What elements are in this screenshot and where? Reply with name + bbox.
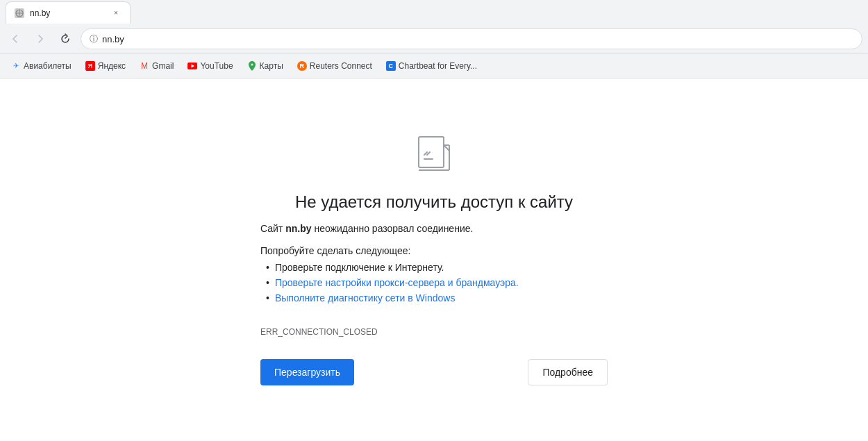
error-subtitle: Сайт nn.by неожиданно разорвал соединени… [260,223,608,234]
error-code: ERR_CONNECTION_CLOSED [260,327,608,337]
bookmark-reuters[interactable]: R Reuters Connect [292,58,378,74]
network-diagnostics-link[interactable]: Выполните диагностику сети в Windows [275,292,455,303]
forward-button[interactable] [31,29,50,49]
proxy-settings-link[interactable]: Проверьте настройки прокси-сервера и бра… [275,277,519,288]
active-tab[interactable]: nn.by × [6,1,131,24]
bookmark-yandex[interactable]: Я Яндекс [80,58,131,74]
tab-bar: nn.by × [0,0,868,25]
reload-button[interactable] [56,29,75,49]
tab-title: nn.by [30,8,105,18]
bookmarks-bar: ✈ Авиабилеты Я Яндекс M Gmail YouTube Ка… [0,53,868,78]
bookmark-chartbeat[interactable]: C Chartbeat for Every... [381,58,483,74]
error-icon [413,134,455,176]
browser-chrome: nn.by × ⓘ nn.by ✈ Авиабилеты Я Яндекс M [0,0,868,78]
maps-icon [247,61,257,71]
svg-rect-5 [419,137,444,167]
address-bar-row: ⓘ nn.by [0,25,868,53]
try-list: Проверьте подключение к Интернету. Прове… [260,262,608,303]
tab-favicon [15,8,24,18]
subtitle-prefix: Сайт [260,223,285,234]
details-button[interactable]: Подробнее [528,359,608,385]
try-section: Попробуйте сделать следующее: Проверьте … [260,245,608,308]
address-info-icon: ⓘ [90,33,98,45]
bookmark-aviabilety[interactable]: ✈ Авиабилеты [6,58,77,74]
bookmark-maps[interactable]: Карты [242,58,289,74]
try-item-1: Проверьте подключение к Интернету. [260,262,608,273]
error-title: Не удается получить доступ к сайту [295,192,573,212]
chartbeat-icon: C [386,61,396,71]
youtube-icon [187,61,197,71]
tab-close-button[interactable]: × [110,8,122,19]
page-content: Не удается получить доступ к сайту Сайт … [0,78,868,441]
bookmark-youtube[interactable]: YouTube [182,58,238,74]
reuters-icon: R [297,61,307,71]
try-item-3[interactable]: Выполните диагностику сети в Windows [260,292,608,303]
subtitle-suffix: неожиданно разорвал соединение. [312,223,474,234]
yandex-icon: Я [85,61,95,71]
try-label: Попробуйте сделать следующее: [260,245,608,256]
back-button[interactable] [6,29,25,49]
error-site: nn.by [285,223,311,234]
svg-line-6 [444,145,449,151]
buttons-row: Перезагрузить Подробнее [260,359,608,385]
gmail-icon: M [140,61,149,71]
aviabilety-icon: ✈ [11,61,21,71]
bookmark-gmail[interactable]: M Gmail [134,58,179,74]
try-item-1-text: Проверьте подключение к Интернету. [275,262,444,273]
try-item-2[interactable]: Проверьте настройки прокси-сервера и бра… [260,277,608,288]
address-text: nn.by [102,34,853,44]
reload-page-button[interactable]: Перезагрузить [260,359,354,385]
address-bar[interactable]: ⓘ nn.by [81,28,862,49]
